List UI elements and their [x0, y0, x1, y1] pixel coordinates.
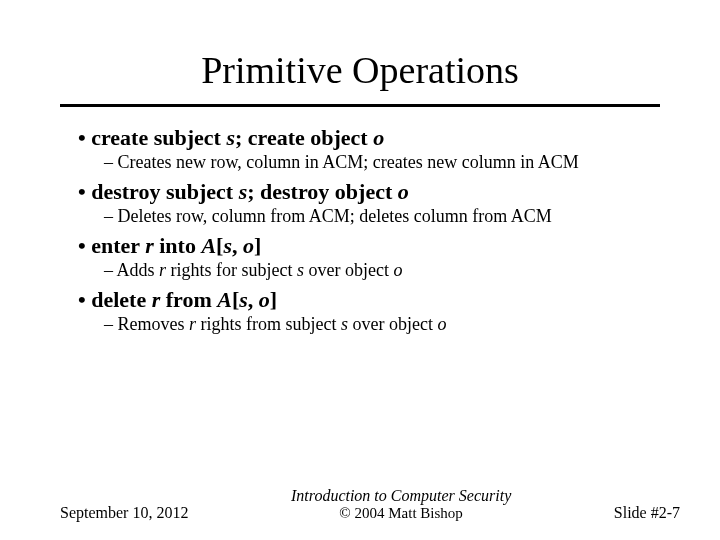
slide-title: Primitive Operations: [60, 48, 660, 92]
var: s: [239, 179, 248, 204]
var: A: [217, 287, 232, 312]
text: rights for subject: [166, 260, 297, 280]
var: r: [152, 287, 161, 312]
var: s: [223, 233, 232, 258]
footer-copyright: © 2004 Matt Bishop: [291, 505, 511, 522]
text: rights from subject: [196, 314, 341, 334]
bullet-3: enter r into A[s, o]: [78, 233, 660, 259]
text: into: [154, 233, 202, 258]
var: o: [394, 260, 403, 280]
sub-bullet-1: Creates new row, column in ACM; creates …: [104, 152, 660, 173]
text: create subject: [91, 125, 226, 150]
footer-title: Introduction to Computer Security: [291, 487, 511, 505]
text: enter: [91, 233, 145, 258]
text: ,: [248, 287, 259, 312]
var: r: [159, 260, 166, 280]
bullet-2: destroy subject s; destroy object o: [78, 179, 660, 205]
text: ; create object: [235, 125, 373, 150]
footer-slide-number: Slide #2-7: [614, 504, 680, 522]
text: Adds: [117, 260, 160, 280]
sub-bullet-4: Removes r rights from subject s over obj…: [104, 314, 660, 335]
bullet-1: create subject s; create object o: [78, 125, 660, 151]
var: o: [259, 287, 270, 312]
text: over object: [348, 314, 437, 334]
var: r: [145, 233, 154, 258]
var: s: [226, 125, 235, 150]
text: ; destroy object: [247, 179, 398, 204]
var: A: [201, 233, 216, 258]
text: destroy subject: [91, 179, 238, 204]
slide: Primitive Operations create subject s; c…: [0, 0, 720, 540]
var: r: [189, 314, 196, 334]
text: Removes: [118, 314, 190, 334]
sub-bullet-3: Adds r rights for subject s over object …: [104, 260, 660, 281]
var: s: [239, 287, 248, 312]
sub-bullet-2: Deletes row, column from ACM; deletes co…: [104, 206, 660, 227]
bullet-4: delete r from A[s, o]: [78, 287, 660, 313]
text: from: [160, 287, 217, 312]
footer-center: Introduction to Computer Security © 2004…: [291, 487, 511, 522]
footer: September 10, 2012 Introduction to Compu…: [0, 487, 720, 522]
var: s: [341, 314, 348, 334]
var: o: [437, 314, 446, 334]
text: ,: [232, 233, 243, 258]
text: over object: [304, 260, 393, 280]
var: o: [243, 233, 254, 258]
title-rule: [60, 104, 660, 107]
text: ]: [270, 287, 277, 312]
text: ]: [254, 233, 261, 258]
var: o: [398, 179, 409, 204]
content: create subject s; create object o Create…: [60, 125, 660, 335]
var: s: [297, 260, 304, 280]
text: delete: [91, 287, 151, 312]
footer-date: September 10, 2012: [60, 504, 188, 522]
var: o: [373, 125, 384, 150]
